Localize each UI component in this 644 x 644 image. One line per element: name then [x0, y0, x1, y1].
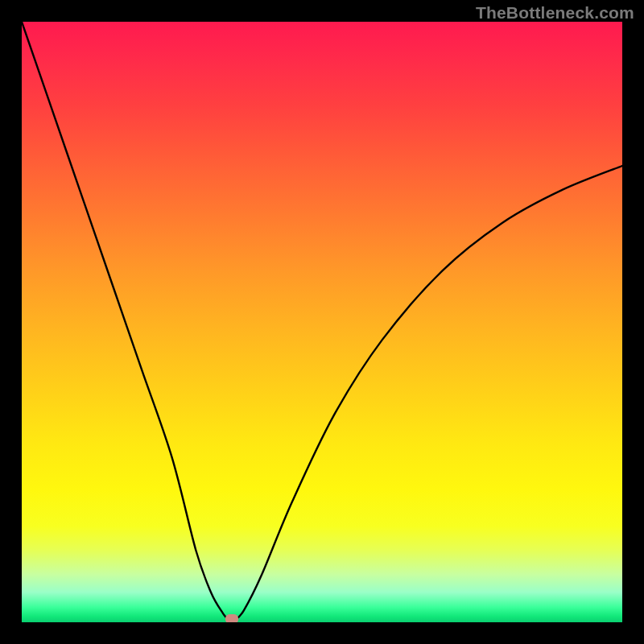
plot-area: [22, 22, 622, 622]
watermark-text: TheBottleneck.com: [476, 3, 634, 23]
outer-frame: TheBottleneck.com: [0, 0, 644, 644]
minimum-marker: [225, 614, 238, 622]
bottleneck-curve: [22, 22, 622, 622]
